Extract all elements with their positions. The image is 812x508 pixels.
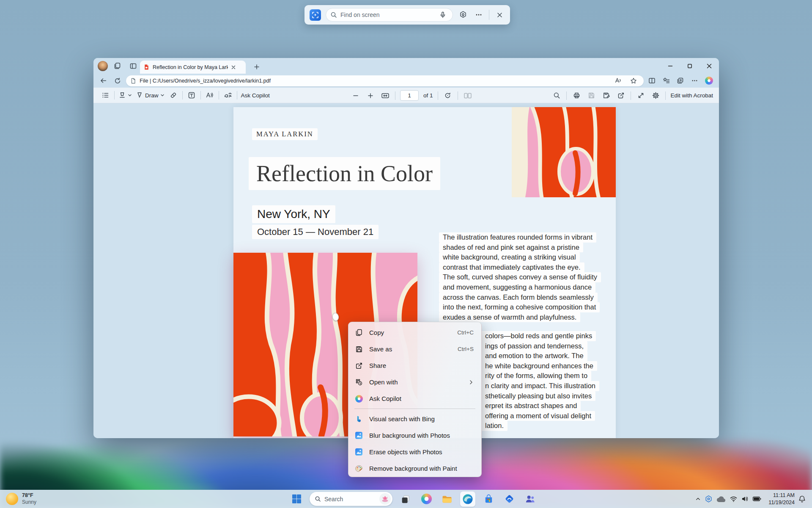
more-options-icon[interactable] [473, 9, 484, 20]
browser-tab[interactable]: Reflection in Color by Maya Larki [140, 61, 246, 74]
copilot-icon [354, 395, 363, 403]
menu-item-visual-search-bing[interactable]: Visual search with Bing [350, 411, 480, 427]
fullscreen-icon[interactable] [636, 90, 646, 102]
tab-close-icon[interactable] [231, 65, 236, 70]
menu-item-erase-objects-photos[interactable]: Erase objects with Photos [350, 444, 480, 460]
url-text: File | C:/Users/Onedrive/s_izza/lovegive… [140, 78, 609, 84]
pdf-text-line: and movement, suggesting a harmonious da… [439, 282, 595, 293]
start-button[interactable] [289, 491, 304, 507]
read-aloud-icon[interactable] [612, 75, 624, 86]
microsoft-store-icon[interactable] [481, 491, 496, 507]
microsoft-365-app-icon[interactable] [502, 491, 517, 507]
tray-chevron-up-icon[interactable] [695, 496, 701, 502]
browser-titlebar: Reflection in Color by Maya Larki [93, 58, 719, 74]
settings-more-icon[interactable] [689, 75, 701, 86]
table-of-contents-icon[interactable] [100, 89, 110, 101]
find-input[interactable] [340, 11, 434, 18]
pdf-text-line: exudes a sense of warmth and playfulness… [439, 312, 580, 323]
menu-item-ask-copilot[interactable]: Ask Copilot [350, 390, 480, 407]
address-bar: File | C:/Users/Onedrive/s_izza/lovegive… [93, 74, 719, 88]
share-icon[interactable] [616, 90, 626, 102]
pdf-settings-gear-icon[interactable] [650, 90, 661, 102]
artwork-thumbnail[interactable] [512, 107, 616, 197]
close-window-button[interactable] [700, 58, 719, 74]
submenu-chevron-icon [469, 380, 474, 385]
search-document-icon[interactable] [551, 90, 562, 102]
translate-icon[interactable] [223, 89, 233, 101]
edit-with-acrobat-button[interactable]: Edit with Acrobat [670, 90, 713, 102]
task-view-button[interactable] [398, 491, 413, 507]
minimize-button[interactable] [661, 58, 680, 74]
search-highlight-flower-icon [379, 493, 391, 505]
windows-studio-effects-icon[interactable] [705, 495, 713, 503]
favorite-star-icon[interactable] [628, 75, 639, 86]
weather-widget[interactable]: 78°F Sunny [6, 490, 36, 508]
page-number-input[interactable]: 1 [400, 90, 419, 101]
menu-label: Visual search with Bing [369, 415, 435, 422]
clock-time: 11:11 AM [768, 492, 795, 499]
favorites-bar-icon[interactable] [660, 75, 672, 86]
rotate-icon[interactable] [443, 90, 453, 102]
split-screen-icon[interactable] [646, 75, 658, 86]
wifi-icon[interactable] [730, 495, 738, 502]
notifications-bell-icon[interactable] [798, 495, 806, 503]
profile-avatar[interactable] [98, 61, 108, 71]
copilot-app-icon[interactable] [419, 491, 434, 507]
menu-label: Erase objects with Photos [369, 448, 442, 456]
menu-separator [354, 409, 475, 409]
pdf-text-line: erpret its abstract shapes and [481, 401, 581, 411]
find-on-screen-field[interactable] [326, 8, 453, 22]
clock-date: 11/19/2024 [768, 499, 795, 506]
refresh-icon[interactable] [112, 75, 124, 86]
ask-copilot-button[interactable]: Ask Copilot [241, 89, 270, 101]
menu-item-remove-background-paint[interactable]: Remove background with Paint [350, 460, 480, 477]
menu-item-blur-background-photos[interactable]: Blur background with Photos [350, 427, 480, 444]
back-icon[interactable] [98, 75, 110, 86]
find-on-screen-bar [304, 5, 510, 25]
collections-icon[interactable] [675, 75, 686, 86]
zoom-out-icon[interactable] [351, 90, 361, 102]
teams-icon[interactable] [522, 491, 538, 507]
url-field[interactable]: File | C:/Users/Onedrive/s_izza/lovegive… [126, 75, 643, 86]
menu-item-copy[interactable]: Copy Ctrl+C [350, 324, 480, 341]
menu-item-share[interactable]: Share [350, 357, 480, 374]
menu-label: Ask Copilot [369, 395, 401, 402]
taskbar-search[interactable]: Search [310, 492, 392, 506]
page-count-label: of 1 [423, 92, 433, 99]
print-icon[interactable] [571, 90, 582, 102]
weather-temp: 78°F [22, 492, 36, 499]
menu-label: Open with [369, 378, 398, 386]
menu-item-save-as[interactable]: Save as Ctrl+S [350, 341, 480, 357]
save-as-icon[interactable] [601, 90, 611, 102]
zoom-in-icon[interactable] [365, 90, 376, 102]
battery-icon[interactable] [752, 495, 762, 502]
tab-actions-icon[interactable] [126, 60, 140, 72]
edge-browser-icon[interactable] [460, 491, 475, 507]
draw-pen-icon[interactable]: Draw [136, 89, 165, 101]
fit-to-width-icon[interactable] [380, 90, 390, 102]
close-icon[interactable] [494, 9, 505, 20]
clock[interactable]: 11:11 AM 11/19/2024 [768, 492, 795, 506]
pdf-text-line: shades of red and pink set against a pri… [439, 243, 583, 253]
volume-icon[interactable] [741, 495, 749, 502]
highlighter-icon[interactable] [118, 89, 132, 101]
read-aloud-toolbar-icon[interactable] [205, 89, 215, 101]
add-text-icon[interactable] [187, 89, 197, 101]
file-explorer-icon[interactable] [439, 491, 455, 507]
menu-label: Blur background with Photos [369, 432, 450, 439]
new-tab-button[interactable] [251, 61, 263, 72]
eraser-icon[interactable] [168, 89, 178, 101]
weather-condition: Sunny [22, 499, 36, 505]
copilot-vision-icon[interactable] [458, 9, 469, 20]
menu-item-open-with[interactable]: Open with [350, 374, 480, 390]
workspaces-icon[interactable] [110, 60, 124, 72]
edit-with-acrobat-label: Edit with Acrobat [670, 92, 713, 99]
onedrive-icon[interactable] [716, 495, 726, 503]
context-menu: Copy Ctrl+C Save as Ctrl+S Share Open wi… [348, 322, 482, 477]
pdf-text-line: he white background enhances the [481, 361, 597, 371]
pdf-text-line: into the next, forming a cohesive compos… [439, 302, 600, 312]
copilot-icon[interactable] [703, 75, 715, 86]
microphone-icon[interactable] [437, 9, 448, 20]
pdf-text-line: rity of the forms, allowing them to [481, 371, 591, 381]
maximize-button[interactable] [680, 58, 700, 74]
